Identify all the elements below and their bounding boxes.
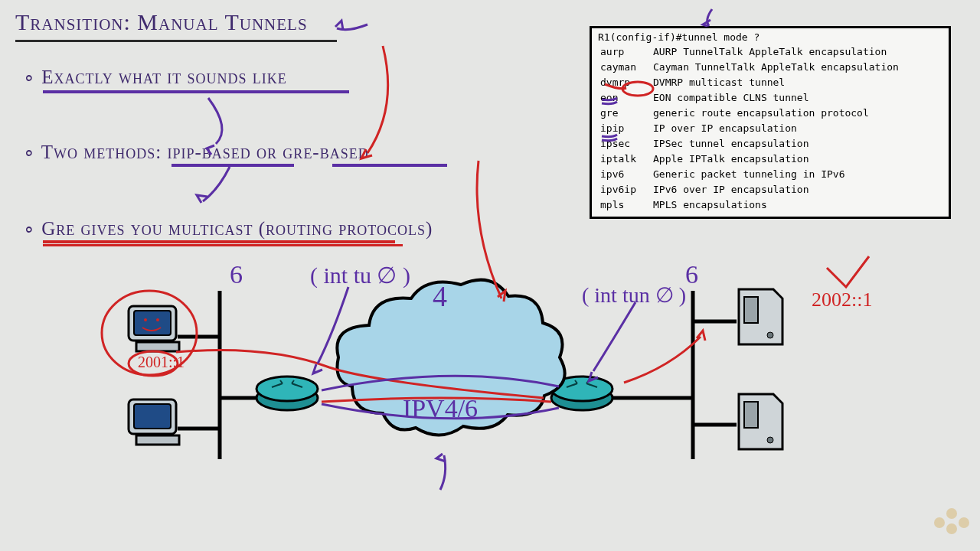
cli-keyword: iptalk <box>599 152 651 166</box>
svg-rect-18 <box>744 402 758 428</box>
svg-rect-16 <box>744 297 758 323</box>
label-src-addr: 2001::1 <box>138 354 185 370</box>
bullet-1-underline <box>43 90 349 93</box>
cli-row: ipv6Generic packet tunneling in IPv6 <box>599 168 900 181</box>
cli-keyword: aurp <box>599 45 651 59</box>
bullet-2-underline-gre <box>332 164 447 167</box>
cli-keyword: cayman <box>599 60 651 74</box>
cli-description: IPSec tunnel encapsulation <box>652 137 900 151</box>
svg-point-22 <box>551 386 612 410</box>
cli-table: aurpAURP TunnelTalk AppleTalk encapsulat… <box>598 44 901 214</box>
svg-point-20 <box>256 386 318 410</box>
cloud-ipv4: IPV4/6 <box>337 280 564 435</box>
svg-point-24 <box>102 291 197 375</box>
router-left <box>256 377 318 410</box>
cli-keyword: gre <box>599 106 651 120</box>
server-right-top <box>739 289 782 344</box>
cli-description: AURP TunnelTalk AppleTalk encapsulation <box>652 45 900 59</box>
svg-point-17 <box>767 332 773 338</box>
cli-prompt: R1(config-if)#tunnel mode ? <box>598 31 942 44</box>
label-int-right: ( int tun ∅ ) <box>582 283 686 307</box>
bullet-3-underline-2 <box>43 244 403 246</box>
cli-keyword: eon <box>599 91 651 105</box>
svg-rect-10 <box>136 342 179 351</box>
cli-description: IPv6 over IP encapsulation <box>652 183 900 197</box>
svg-point-19 <box>767 437 773 443</box>
cli-row: caymanCayman TunnelTalk AppleTalk encaps… <box>599 60 900 74</box>
svg-point-11 <box>144 318 147 321</box>
svg-rect-9 <box>134 311 171 335</box>
server-right-bottom <box>739 394 782 449</box>
cli-description: EON compatible CLNS tunnel <box>652 91 900 105</box>
pc-left-bottom <box>129 399 179 445</box>
cli-row: iptalkApple IPTalk encapsulation <box>599 152 900 166</box>
cli-description: MPLS encapsulations <box>652 198 900 212</box>
cloud-label: IPV4/6 <box>403 394 478 422</box>
cli-row: dvmrpDVMRP multicast tunnel <box>599 76 900 90</box>
label-dest-addr: 2002::1 <box>812 289 872 311</box>
cli-keyword: ipv6ip <box>599 183 651 197</box>
cli-output-box: R1(config-if)#tunnel mode ? aurpAURP Tun… <box>590 26 951 219</box>
bullet-3: Gre gives you multicast (routing protoco… <box>23 217 433 240</box>
title-underline <box>15 40 337 42</box>
svg-point-21 <box>256 377 318 401</box>
label-int-left: ( int tu ∅ ) <box>310 262 410 289</box>
bullet-2: Two methods: ipip-based or gre-based <box>23 141 369 163</box>
svg-rect-15 <box>136 435 179 445</box>
svg-rect-8 <box>129 306 176 341</box>
cli-row: gregeneric route encapsulation protocol <box>599 106 900 120</box>
svg-rect-13 <box>129 399 176 434</box>
cli-row: ipipIP over IP encapsulation <box>599 122 900 135</box>
cli-keyword: ipip <box>599 122 651 135</box>
cli-row: mplsMPLS encapsulations <box>599 198 900 212</box>
cli-row: ipv6ipIPv6 over IP encapsulation <box>599 183 900 197</box>
svg-point-25 <box>129 351 178 376</box>
cli-description: DVMRP multicast tunnel <box>652 76 900 90</box>
bullet-2-underline-ipip <box>172 164 294 167</box>
label-four: 4 <box>433 280 447 312</box>
bullet-1: Exactly what it sounds like <box>23 66 287 88</box>
cli-description: Cayman TunnelTalk AppleTalk encapsulatio… <box>652 60 900 74</box>
cli-keyword: ipsec <box>599 137 651 151</box>
cli-keyword: mpls <box>599 198 651 212</box>
cli-description: IP over IP encapsulation <box>652 122 900 135</box>
cli-description: generic route encapsulation protocol <box>652 106 900 120</box>
slide-title: Transition: Manual Tunnels <box>15 9 308 35</box>
router-right <box>551 377 612 410</box>
cli-description: Apple IPTalk encapsulation <box>652 152 900 166</box>
svg-point-23 <box>551 377 612 401</box>
cli-description: Generic packet tunneling in IPv6 <box>652 168 900 181</box>
svg-point-12 <box>156 318 159 321</box>
cli-row: ipsecIPSec tunnel encapsulation <box>599 137 900 151</box>
bullet-3-underline <box>43 240 395 243</box>
watermark-logo <box>933 507 966 540</box>
pc-left-top <box>129 306 179 351</box>
label-right-six: 6 <box>685 260 698 289</box>
cli-keyword: dvmrp <box>599 76 651 90</box>
svg-rect-14 <box>134 404 171 429</box>
cli-keyword: ipv6 <box>599 168 651 181</box>
cli-row: eonEON compatible CLNS tunnel <box>599 91 900 105</box>
label-left-six: 6 <box>230 260 243 289</box>
cli-row: aurpAURP TunnelTalk AppleTalk encapsulat… <box>599 45 900 59</box>
